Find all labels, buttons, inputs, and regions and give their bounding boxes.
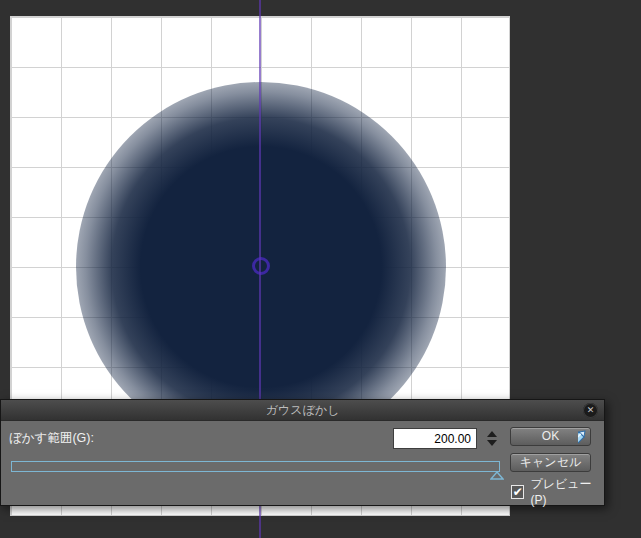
spinner-down-icon[interactable] <box>487 440 497 446</box>
blur-center-marker-icon <box>252 257 270 275</box>
blur-range-input[interactable] <box>393 428 477 449</box>
blur-range-slider-track[interactable] <box>11 461 500 472</box>
ok-button[interactable]: OK <box>510 427 591 446</box>
preview-option-row: ✔ プレビュー(P) <box>511 476 604 507</box>
value-spinner <box>484 428 500 449</box>
app-root: { "dialog": { "title": "ガウスぼかし", "close_… <box>0 0 641 538</box>
dialog-title-bar[interactable]: ガウスぼかし ✕ <box>1 400 604 421</box>
gaussian-blur-dialog: ガウスぼかし ✕ ぼかす範囲(G): OK キャンセル ✔ プレビュー(P) <box>0 399 605 506</box>
slider-handle-icon[interactable] <box>490 471 504 480</box>
cancel-button[interactable]: キャンセル <box>510 453 591 472</box>
close-icon[interactable]: ✕ <box>583 403 598 418</box>
dialog-title: ガウスぼかし <box>1 400 604 420</box>
preview-checkbox[interactable]: ✔ <box>511 485 524 499</box>
spinner-up-icon[interactable] <box>487 431 497 437</box>
preview-label: プレビュー(P) <box>530 476 604 507</box>
blur-range-label: ぼかす範囲(G): <box>9 428 94 449</box>
